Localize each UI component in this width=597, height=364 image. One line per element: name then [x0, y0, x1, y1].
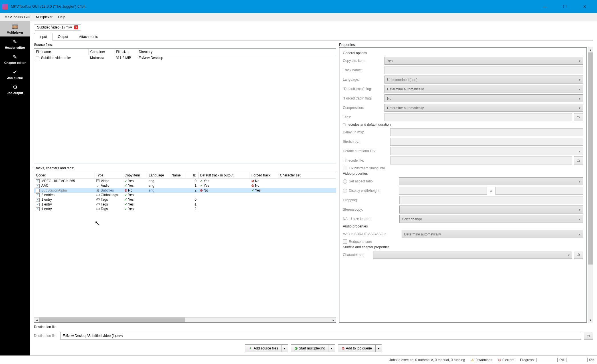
col-charset[interactable]: Character set — [278, 172, 336, 179]
start-multiplexing-button[interactable]: Start multiplexing — [291, 344, 329, 352]
progress-bar — [536, 358, 558, 362]
track-checkbox[interactable] — [36, 203, 40, 206]
tags-input[interactable] — [384, 113, 572, 121]
file-tab[interactable]: Subtitled video (1).mkv × — [34, 24, 81, 30]
add-source-files-dropdown[interactable]: ▾ — [282, 344, 288, 352]
aac-select[interactable]: Determine automatically▾ — [402, 230, 583, 238]
col-filesize[interactable]: File size — [114, 49, 137, 55]
add-source-files-button[interactable]: ＋Add source files — [245, 344, 282, 352]
track-row[interactable]: 1 entry🏷Tags✓Yes2 — [34, 207, 336, 211]
menu-multiplexer[interactable]: Multiplexer — [33, 14, 55, 20]
tab-attachments[interactable]: Attachments — [74, 33, 104, 40]
track-checkbox[interactable] — [36, 193, 40, 197]
tab-input[interactable]: Input — [34, 33, 52, 40]
warning-icon: ⚠ — [471, 358, 474, 362]
sidebar-item-job-queue[interactable]: ✔ Job queue — [0, 67, 30, 82]
display-wh-radio[interactable] — [343, 189, 347, 193]
destination-browse-button[interactable]: 🗀 — [584, 332, 593, 340]
copy-item-select[interactable]: Yes▾ — [384, 57, 583, 65]
minimize-button[interactable]: — — [535, 0, 555, 13]
source-files-label: Source files: — [34, 43, 336, 47]
track-row[interactable]: SubStationAlphaᎯSubtitles⊘Noeng2⊘No✓Yes — [34, 188, 336, 193]
track-checkbox[interactable] — [36, 189, 40, 192]
file-icon — [36, 56, 39, 60]
vscroll-thumb[interactable] — [588, 52, 593, 265]
source-row[interactable]: Subtitled video.mkv Matroska 311.2 MiB E… — [34, 55, 336, 61]
cropping-input[interactable] — [399, 196, 583, 204]
header-editor-icon: ✎ — [11, 39, 19, 45]
sidebar-item-chapter-editor[interactable]: ✎ Chapter editor — [0, 52, 30, 67]
track-row[interactable]: MPEG-H/HEVC/h.265🎞Video✓Yeseng0✓Yes⊘No — [34, 179, 336, 184]
check-icon: ✓ — [200, 184, 203, 188]
fps-input[interactable]: ▾ — [390, 147, 583, 155]
col-type[interactable]: Type — [94, 172, 123, 179]
scroll-right-icon[interactable]: ▸ — [331, 318, 336, 322]
display-width-input[interactable] — [399, 187, 487, 195]
tab-output[interactable]: Output — [52, 33, 74, 40]
progress-text-2: 0% — [589, 358, 594, 362]
sidebar-item-header-editor[interactable]: ✎ Header editor — [0, 36, 30, 52]
file-tab-close-icon[interactable]: × — [74, 25, 78, 29]
track-row[interactable]: 1 entry🏷Tags✓Yes0 — [34, 197, 336, 202]
track-checkbox[interactable] — [36, 198, 40, 202]
horizontal-scrollbar[interactable]: ◂ ▸ — [34, 317, 336, 322]
tracks-panel: Codec Type Copy item Language Name ID De… — [34, 172, 336, 323]
col-container[interactable]: Container — [88, 49, 114, 55]
scroll-thumb[interactable] — [39, 318, 185, 322]
col-default[interactable]: Default track in output — [198, 172, 250, 179]
display-height-input[interactable] — [495, 187, 583, 195]
sidebar-item-multiplexer[interactable]: 🎞️ Multiplexer — [0, 21, 30, 36]
check-icon: ✓ — [200, 179, 203, 183]
timecode-browse-button[interactable]: 🗀 — [574, 156, 583, 164]
charset-preview-button[interactable]: Ꭿ — [574, 251, 583, 259]
track-checkbox[interactable] — [36, 207, 40, 211]
maximize-button[interactable]: ☐ — [555, 0, 575, 13]
track-row[interactable]: 2 entries🏷Global tags✓Yes — [34, 193, 336, 197]
close-button[interactable]: ✕ — [575, 0, 595, 13]
add-to-job-queue-button[interactable]: ⊘Add to job queue — [338, 344, 376, 352]
col-filename[interactable]: File name — [34, 49, 88, 55]
tags-browse-button[interactable]: 🗀 — [574, 113, 583, 121]
default-flag-select[interactable]: Determine automatically▾ — [384, 85, 583, 93]
col-directory[interactable]: Directory — [137, 49, 336, 55]
stretch-input[interactable] — [390, 138, 583, 146]
aspect-ratio-radio[interactable] — [343, 179, 347, 184]
no-icon: ⊘ — [124, 188, 127, 192]
stereoscopy-select[interactable]: ▾ — [399, 206, 583, 213]
compression-select[interactable]: Determine automatically▾ — [384, 104, 583, 112]
scroll-left-icon[interactable]: ◂ — [34, 318, 39, 322]
aspect-ratio-select[interactable]: ▾ — [399, 177, 583, 185]
track-checkbox[interactable] — [36, 179, 40, 183]
delay-input[interactable] — [390, 128, 583, 136]
check-icon: ✓ — [124, 179, 127, 183]
vertical-scrollbar[interactable]: ▴ ▾ — [588, 47, 593, 323]
col-codec[interactable]: Codec — [34, 172, 94, 179]
menu-mkvtoolnix[interactable]: MKVToolNix GUI — [2, 14, 33, 20]
col-id[interactable]: ID — [187, 172, 198, 179]
track-row[interactable]: 1 entry🏷Tags✓Yes1 — [34, 202, 336, 207]
progress-bar-2 — [566, 358, 588, 362]
language-select[interactable]: Undetermined (und)▾ — [384, 76, 583, 84]
sidebar-item-job-output[interactable]: ⚙ Job output — [0, 82, 30, 97]
status-errors: 0 errors — [503, 358, 514, 362]
col-forced[interactable]: Forced track — [250, 172, 278, 179]
track-row[interactable]: AAC♪Audio✓Yeseng1✓Yes⊘No — [34, 183, 336, 188]
col-language[interactable]: Language — [147, 172, 170, 179]
nalu-select[interactable]: Don't change▾ — [399, 215, 583, 223]
timecode-file-input[interactable] — [390, 156, 572, 164]
forced-flag-select[interactable]: No▾ — [384, 94, 583, 102]
col-copy[interactable]: Copy item — [123, 172, 147, 179]
track-checkbox[interactable] — [36, 184, 40, 188]
destination-input[interactable] — [60, 332, 581, 339]
start-multiplexing-dropdown[interactable]: ▾ — [329, 344, 335, 352]
scroll-down-icon[interactable]: ▾ — [588, 318, 593, 323]
menu-help[interactable]: Help — [55, 14, 68, 20]
scroll-up-icon[interactable]: ▴ — [588, 47, 593, 52]
reduce-core-checkbox[interactable] — [343, 239, 347, 244]
col-name[interactable]: Name — [170, 172, 187, 179]
charset-select[interactable]: ▾ — [373, 251, 572, 259]
fix-bitstream-checkbox[interactable] — [343, 166, 347, 170]
track-name-input[interactable] — [384, 66, 583, 74]
no-icon: ⊘ — [200, 188, 203, 192]
add-to-job-queue-dropdown[interactable]: ▾ — [376, 344, 382, 352]
